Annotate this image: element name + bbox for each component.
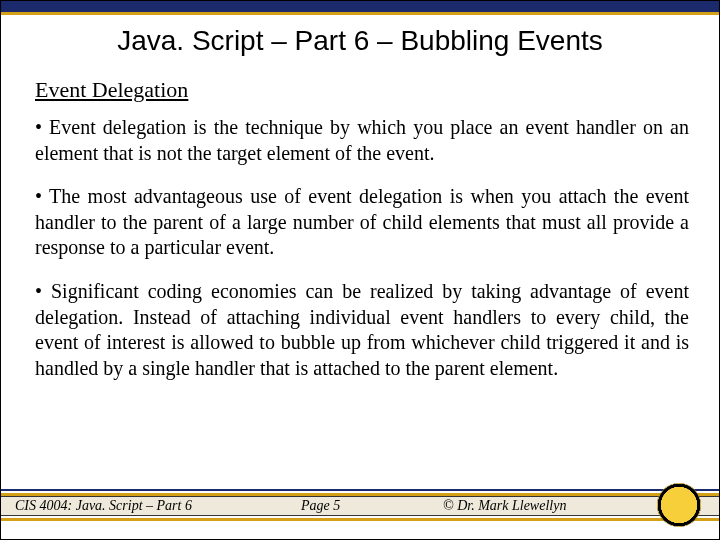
bullet-item: Significant coding economies can be real… xyxy=(35,279,689,381)
bullet-item: Event delegation is the technique by whi… xyxy=(35,115,689,166)
footer-page: Page 5 xyxy=(301,498,340,514)
ucf-logo-icon xyxy=(657,483,701,527)
footer-course: CIS 4004: Java. Script – Part 6 xyxy=(15,498,192,514)
bullet-item: The most advantageous use of event deleg… xyxy=(35,184,689,261)
slide-title: Java. Script – Part 6 – Bubbling Events xyxy=(1,25,719,57)
footer-rule-top xyxy=(1,489,719,491)
body-text: Event delegation is the technique by whi… xyxy=(35,115,689,399)
bottom-rule xyxy=(1,518,719,521)
footer-author: © Dr. Mark Llewellyn xyxy=(443,498,566,514)
footer-text: CIS 4004: Java. Script – Part 6 Page 5 ©… xyxy=(1,496,719,514)
slide: Java. Script – Part 6 – Bubbling Events … xyxy=(0,0,720,540)
section-heading: Event Delegation xyxy=(35,77,188,103)
top-band xyxy=(1,1,719,15)
